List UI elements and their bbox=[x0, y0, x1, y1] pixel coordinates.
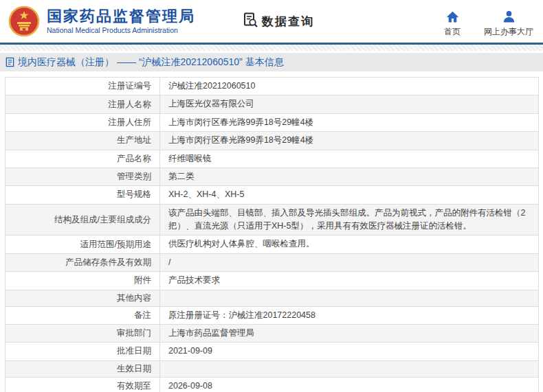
row-value: 该产品由头端部、目镜部、插入部及导光插头部组成。产品为前视式，产品的附件有活检钳… bbox=[160, 204, 539, 235]
row-value: / bbox=[160, 253, 539, 271]
data-query-label: 数据查询 bbox=[262, 14, 314, 30]
table-row: 结构及组成/主要组成成分该产品由头端部、目镜部、插入部及导光插头部组成。产品为前… bbox=[5, 204, 539, 235]
row-value: 第二类 bbox=[160, 168, 539, 185]
table-row: 注册证编号沪械注准20212060510 bbox=[5, 78, 539, 95]
document-icon bbox=[5, 57, 15, 67]
row-value: 上海市药品监督管理局 bbox=[160, 324, 539, 342]
info-table: 注册证编号沪械注准20212060510注册人名称上海医光仪器有限公司注册人住所… bbox=[5, 77, 539, 392]
table-row: 产品名称纤维咽喉镜 bbox=[5, 150, 539, 168]
row-value: XH-2、XH-4、XH-5 bbox=[160, 186, 539, 204]
row-label: 生效日期 bbox=[5, 360, 160, 377]
row-value: 上海市闵行区春光路99弄18号29幢4楼 bbox=[160, 113, 539, 131]
nav-home[interactable]: 首页 bbox=[444, 10, 461, 38]
row-label: 注册人名称 bbox=[5, 95, 160, 113]
row-value: 沪械注准20212060510 bbox=[160, 78, 539, 95]
nav-data-query[interactable]: 数据查询 bbox=[242, 12, 314, 32]
row-label: 批准日期 bbox=[5, 343, 160, 360]
row-label: 结构及组成/主要组成成分 bbox=[5, 204, 160, 235]
table-row: 管理类别第二类 bbox=[5, 168, 539, 185]
table-row: 生效日期 bbox=[5, 360, 539, 377]
row-value: 供医疗机构对人体鼻腔、咽喉检查用。 bbox=[160, 235, 539, 253]
home-icon bbox=[445, 10, 460, 24]
hatch-strip bbox=[0, 45, 543, 51]
row-value: 2026-09-08 bbox=[160, 377, 539, 392]
table-row: 产品储存条件及有效期/ bbox=[5, 253, 539, 271]
row-label: 其他内容 bbox=[5, 290, 160, 306]
row-value bbox=[160, 360, 539, 377]
row-label: 附件 bbox=[5, 272, 160, 290]
row-label: 有效期至 bbox=[5, 377, 160, 392]
row-label: 备注 bbox=[5, 306, 160, 324]
table-row: 审批部门上海市药品监督管理局 bbox=[5, 324, 539, 342]
table-row: 注册人名称上海医光仪器有限公司 bbox=[5, 95, 539, 113]
row-value: 纤维咽喉镜 bbox=[160, 150, 539, 168]
table-row: 附件产品技术要求 bbox=[5, 272, 539, 290]
table-row: 适用范围/预期用途供医疗机构对人体鼻腔、咽喉检查用。 bbox=[5, 235, 539, 253]
national-emblem-logo bbox=[8, 5, 40, 37]
nav-hall-label: 网上办事大厅 bbox=[484, 26, 533, 38]
brand[interactable]: 国家药品监督管理局 National Medical Products Admi… bbox=[8, 5, 195, 37]
row-label: 注册人住所 bbox=[5, 113, 160, 131]
row-label: 管理类别 bbox=[5, 168, 160, 185]
row-label: 审批部门 bbox=[5, 324, 160, 342]
row-label: 型号规格 bbox=[5, 186, 160, 204]
row-value bbox=[160, 290, 539, 306]
row-label: 适用范围/预期用途 bbox=[5, 235, 160, 253]
row-label: 生产地址 bbox=[5, 132, 160, 150]
breadcrumb: 境内医疗器械（注册） —— “沪械注准20212060510” 基本信息 bbox=[0, 53, 543, 71]
table-row: 型号规格XH-2、XH-4、XH-5 bbox=[5, 186, 539, 204]
row-value: 上海市闵行区春光路99弄18号29幢4楼 bbox=[160, 132, 539, 150]
nav-service-hall[interactable]: 网上办事大厅 bbox=[484, 10, 533, 38]
row-value: 原注册册证号：沪械注准20172220458 bbox=[160, 306, 539, 324]
row-label: 产品储存条件及有效期 bbox=[5, 253, 160, 271]
org-name-en: National Medical Products Administration bbox=[47, 26, 195, 34]
person-icon bbox=[502, 10, 516, 24]
row-value: 产品技术要求 bbox=[160, 272, 539, 290]
header-nav: 首页 网上办事大厅 bbox=[444, 5, 533, 38]
table-row: 其他内容 bbox=[5, 290, 539, 306]
row-value: 上海医光仪器有限公司 bbox=[160, 95, 539, 113]
table-row: 注册人住所上海市闵行区春光路99弄18号29幢4楼 bbox=[5, 113, 539, 131]
table-row: 有效期至2026-09-08 bbox=[5, 377, 539, 392]
row-label: 注册证编号 bbox=[5, 78, 160, 95]
row-label: 产品名称 bbox=[5, 150, 160, 168]
brand-text: 国家药品监督管理局 National Medical Products Admi… bbox=[47, 8, 195, 34]
site-header: 国家药品监督管理局 National Medical Products Admi… bbox=[0, 0, 543, 43]
table-row: 生产地址上海市闵行区春光路99弄18号29幢4楼 bbox=[5, 132, 539, 150]
row-value: 2021-09-09 bbox=[160, 343, 539, 360]
nav-home-label: 首页 bbox=[444, 26, 461, 38]
table-row: 备注原注册册证号：沪械注准20172220458 bbox=[5, 306, 539, 324]
org-name-cn: 国家药品监督管理局 bbox=[47, 8, 195, 25]
page-title: 境内医疗器械（注册） —— “沪械注准20212060510” 基本信息 bbox=[18, 56, 284, 69]
document-search-icon bbox=[242, 12, 258, 32]
table-row: 批准日期2021-09-09 bbox=[5, 343, 539, 360]
